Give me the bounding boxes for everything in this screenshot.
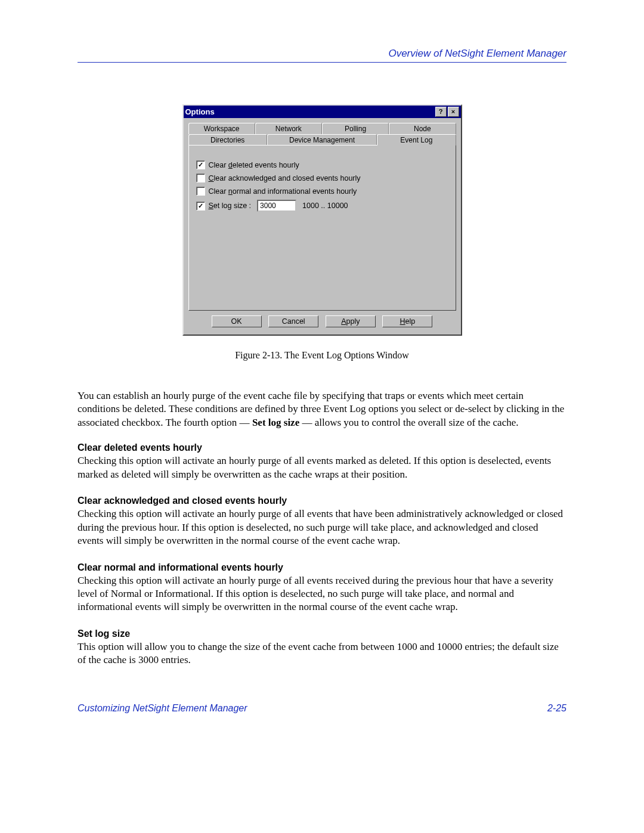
section-body-clear-acknowledged: Checking this option will activate an ho… bbox=[78, 507, 566, 547]
checkbox-set-log-size[interactable] bbox=[196, 202, 205, 210]
label-clear-acknowledged: Clear acknowledged and closed events hou… bbox=[209, 174, 361, 182]
tab-panel-event-log: Clear deleted events hourly Clear acknow… bbox=[188, 145, 456, 311]
label-clear-normal: Clear normal and informational events ho… bbox=[209, 187, 357, 196]
checkbox-clear-acknowledged[interactable] bbox=[196, 174, 205, 182]
tab-polling[interactable]: Polling bbox=[322, 123, 389, 134]
section-title-set-log-size: Set log size bbox=[78, 628, 566, 639]
tab-workspace[interactable]: Workspace bbox=[188, 123, 255, 134]
checkbox-clear-deleted[interactable] bbox=[196, 160, 205, 169]
options-window: Options ? × Workspace Network Polling No… bbox=[182, 104, 462, 336]
tab-directories[interactable]: Directories bbox=[188, 134, 267, 145]
section-title-clear-acknowledged: Clear acknowledged and closed events hou… bbox=[78, 496, 566, 506]
help-icon[interactable]: ? bbox=[435, 107, 447, 117]
tab-network[interactable]: Network bbox=[255, 123, 322, 134]
window-title: Options bbox=[185, 107, 434, 116]
close-icon[interactable]: × bbox=[448, 107, 459, 117]
footer-left: Customizing NetSight Element Manager bbox=[78, 703, 247, 714]
section-body-clear-normal: Checking this option will activate an ho… bbox=[78, 574, 566, 614]
log-size-input[interactable] bbox=[257, 200, 296, 212]
page-number: 2-25 bbox=[547, 703, 566, 714]
label-clear-deleted: Clear deleted events hourly bbox=[209, 161, 299, 169]
apply-button[interactable]: Apply bbox=[326, 315, 376, 327]
page-header: Overview of NetSight Element Manager bbox=[78, 48, 566, 63]
section-title-clear-deleted: Clear deleted events hourly bbox=[78, 442, 566, 453]
ok-button[interactable]: OK bbox=[212, 315, 262, 327]
intro-paragraph: You can establish an hourly purge of the… bbox=[78, 389, 566, 429]
titlebar[interactable]: Options ? × bbox=[184, 106, 461, 118]
log-size-range: 1000 .. 10000 bbox=[302, 202, 348, 210]
tab-event-log[interactable]: Event Log bbox=[377, 134, 456, 145]
tab-node[interactable]: Node bbox=[389, 123, 456, 134]
checkbox-clear-normal[interactable] bbox=[196, 187, 205, 196]
help-button[interactable]: Help bbox=[382, 315, 432, 327]
section-body-clear-deleted: Checking this option will activate an ho… bbox=[78, 454, 566, 481]
figure-caption: Figure 2-13. The Event Log Options Windo… bbox=[78, 350, 566, 361]
cancel-button[interactable]: Cancel bbox=[268, 315, 318, 327]
tab-device-management[interactable]: Device Management bbox=[267, 134, 377, 145]
label-set-log-size: Set log size : bbox=[209, 202, 252, 210]
section-body-set-log-size: This option will allow you to change the… bbox=[78, 640, 566, 667]
section-title-clear-normal: Clear normal and informational events ho… bbox=[78, 562, 566, 573]
